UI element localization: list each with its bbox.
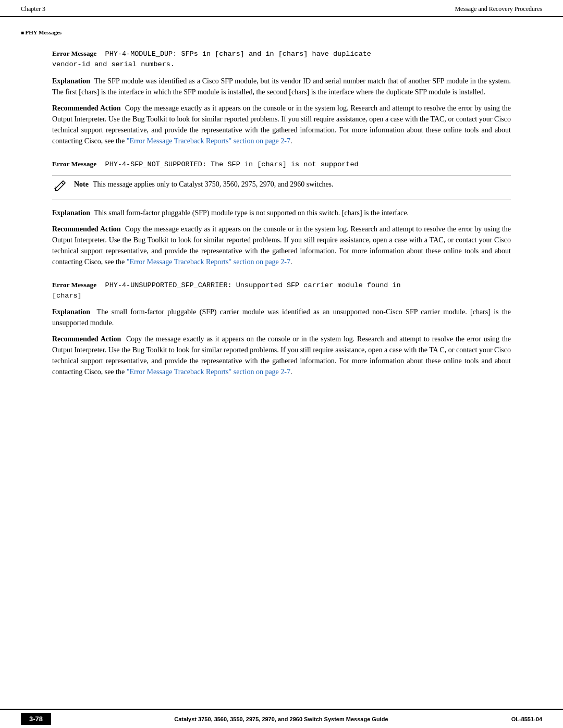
ra-label-3: Recommended Action xyxy=(52,335,121,343)
em-label-1: Error Message xyxy=(52,50,96,57)
note-label: Note xyxy=(74,180,89,188)
explanation-text-3: The small form-factor pluggable (SFP) ca… xyxy=(52,308,511,327)
em-label-3: Error Message xyxy=(52,281,96,289)
main-content: Error Message PHY-4-MODULE_DUP: SFPs in … xyxy=(52,28,511,377)
section-sidebar-label: PHY Messages xyxy=(21,29,62,35)
em-code-1: PHY-4-MODULE_DUP: SFPs in [chars] and in… xyxy=(52,50,371,68)
recommended-action-3: Recommended Action Copy the message exac… xyxy=(52,334,511,377)
explanation-label-1: Explanation xyxy=(52,77,90,85)
error-message-3: Error Message PHY-4-UNSUPPORTED_SFP_CARR… xyxy=(52,280,511,302)
page-number: 3-78 xyxy=(21,713,51,725)
section-title: Message and Recovery Procedures xyxy=(455,5,542,13)
explanation-2: Explanation This small form-factor plugg… xyxy=(52,207,511,218)
em-label-2: Error Message xyxy=(52,160,96,168)
em-code-2: PHY-4-SFP_NOT_SUPPORTED: The SFP in [cha… xyxy=(105,161,359,168)
entry-1: Error Message PHY-4-MODULE_DUP: SFPs in … xyxy=(52,48,511,146)
em-code-3: PHY-4-UNSUPPORTED_SFP_CARRIER: Unsupport… xyxy=(52,281,401,300)
explanation-label-2: Explanation xyxy=(52,209,90,217)
error-message-1: Error Message PHY-4-MODULE_DUP: SFPs in … xyxy=(52,48,511,70)
error-message-2: Error Message PHY-4-SFP_NOT_SUPPORTED: T… xyxy=(52,159,511,170)
entry-3: Error Message PHY-4-UNSUPPORTED_SFP_CARR… xyxy=(52,280,511,378)
book-title: Catalyst 3750, 3560, 3550, 2975, 2970, a… xyxy=(174,716,388,722)
note-content: NoteThis message applies only to Catalys… xyxy=(74,179,334,190)
doc-number: OL-8551-04 xyxy=(511,716,542,722)
page-header: Chapter 3 Message and Recovery Procedure… xyxy=(0,0,563,17)
note-box: NoteThis message applies only to Catalys… xyxy=(52,175,511,200)
chapter-label: Chapter 3 xyxy=(21,5,45,13)
explanation-3: Explanation The small form-factor plugga… xyxy=(52,306,511,328)
ra-label-2: Recommended Action xyxy=(52,225,121,233)
explanation-label-3: Explanation xyxy=(52,308,90,316)
recommended-action-1: Recommended Action Copy the message exac… xyxy=(52,103,511,146)
explanation-text-1: The SFP module was identified as a Cisco… xyxy=(52,77,511,96)
ra-link-1[interactable]: "Error Message Traceback Reports" sectio… xyxy=(127,137,290,145)
ra-link-3[interactable]: "Error Message Traceback Reports" sectio… xyxy=(127,368,290,376)
note-icon xyxy=(52,179,68,196)
ra-end-2: . xyxy=(290,258,292,266)
ra-end-3: . xyxy=(290,368,292,376)
ra-link-2[interactable]: "Error Message Traceback Reports" sectio… xyxy=(127,258,290,266)
recommended-action-2: Recommended Action Copy the message exac… xyxy=(52,224,511,267)
ra-label-1: Recommended Action xyxy=(52,104,121,112)
ra-end-1: . xyxy=(290,137,292,145)
note-text: This message applies only to Catalyst 37… xyxy=(93,180,334,188)
entry-2: Error Message PHY-4-SFP_NOT_SUPPORTED: T… xyxy=(52,159,511,267)
explanation-text-2: This small form-factor pluggable (SFP) m… xyxy=(94,209,409,217)
page-footer: 3-78 Catalyst 3750, 3560, 3550, 2975, 29… xyxy=(0,709,563,728)
explanation-1: Explanation The SFP module was identifie… xyxy=(52,76,511,97)
